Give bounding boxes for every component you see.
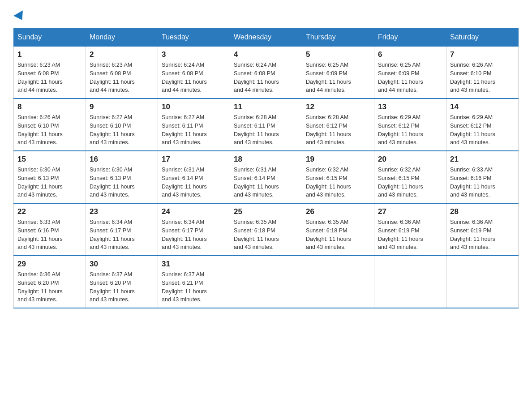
day-info: Sunrise: 6:31 AMSunset: 6:14 PMDaylight:… <box>234 166 298 199</box>
logo <box>13 13 26 19</box>
day-number: 31 <box>162 260 226 269</box>
day-info: Sunrise: 6:23 AMSunset: 6:08 PMDaylight:… <box>17 61 82 94</box>
day-number: 12 <box>306 103 370 111</box>
calendar-cell: 13Sunrise: 6:29 AMSunset: 6:12 PMDayligh… <box>374 98 446 151</box>
day-info: Sunrise: 6:36 AMSunset: 6:19 PMDaylight:… <box>450 218 515 252</box>
day-number: 24 <box>162 207 226 216</box>
col-header-saturday: Saturday <box>446 28 519 46</box>
calendar-cell: 5Sunrise: 6:25 AMSunset: 6:09 PMDaylight… <box>302 46 374 98</box>
col-header-thursday: Thursday <box>302 28 374 46</box>
day-info: Sunrise: 6:28 AMSunset: 6:11 PMDaylight:… <box>234 113 298 147</box>
day-info: Sunrise: 6:24 AMSunset: 6:08 PMDaylight:… <box>234 61 298 94</box>
calendar-cell: 21Sunrise: 6:33 AMSunset: 6:16 PMDayligh… <box>446 151 519 203</box>
calendar-cell <box>374 256 446 308</box>
calendar-cell <box>230 256 302 308</box>
day-number: 16 <box>90 155 154 164</box>
calendar-cell: 1Sunrise: 6:23 AMSunset: 6:08 PMDaylight… <box>14 46 86 98</box>
day-info: Sunrise: 6:27 AMSunset: 6:10 PMDaylight:… <box>90 113 154 147</box>
day-number: 29 <box>17 260 82 269</box>
day-info: Sunrise: 6:26 AMSunset: 6:10 PMDaylight:… <box>17 113 82 147</box>
calendar-week-row: 8Sunrise: 6:26 AMSunset: 6:10 PMDaylight… <box>14 98 519 151</box>
day-number: 22 <box>17 207 82 216</box>
col-header-wednesday: Wednesday <box>230 28 302 46</box>
calendar-cell: 25Sunrise: 6:35 AMSunset: 6:18 PMDayligh… <box>230 203 302 256</box>
day-number: 25 <box>234 207 298 216</box>
day-number: 17 <box>162 155 226 164</box>
day-number: 9 <box>90 103 154 111</box>
day-number: 15 <box>17 155 82 164</box>
calendar-cell: 12Sunrise: 6:28 AMSunset: 6:12 PMDayligh… <box>302 98 374 151</box>
logo-triangle-icon <box>13 10 27 23</box>
calendar-cell <box>446 256 519 308</box>
calendar-cell: 31Sunrise: 6:37 AMSunset: 6:21 PMDayligh… <box>158 256 230 308</box>
day-number: 14 <box>450 103 515 111</box>
calendar-cell: 3Sunrise: 6:24 AMSunset: 6:08 PMDaylight… <box>158 46 230 98</box>
day-number: 7 <box>450 50 515 59</box>
calendar-cell: 7Sunrise: 6:26 AMSunset: 6:10 PMDaylight… <box>446 46 519 98</box>
calendar-cell: 29Sunrise: 6:36 AMSunset: 6:20 PMDayligh… <box>14 256 86 308</box>
calendar-cell: 30Sunrise: 6:37 AMSunset: 6:20 PMDayligh… <box>86 256 158 308</box>
calendar-cell: 23Sunrise: 6:34 AMSunset: 6:17 PMDayligh… <box>86 203 158 256</box>
day-number: 30 <box>90 260 154 269</box>
day-info: Sunrise: 6:36 AMSunset: 6:19 PMDaylight:… <box>378 218 442 252</box>
day-number: 20 <box>378 155 442 164</box>
day-info: Sunrise: 6:25 AMSunset: 6:09 PMDaylight:… <box>378 61 442 94</box>
day-info: Sunrise: 6:25 AMSunset: 6:09 PMDaylight:… <box>306 61 370 94</box>
calendar-header-row: SundayMondayTuesdayWednesdayThursdayFrid… <box>14 28 519 46</box>
day-info: Sunrise: 6:30 AMSunset: 6:13 PMDaylight:… <box>17 166 82 199</box>
day-info: Sunrise: 6:34 AMSunset: 6:17 PMDaylight:… <box>90 218 154 252</box>
day-number: 26 <box>306 207 370 216</box>
calendar-cell: 6Sunrise: 6:25 AMSunset: 6:09 PMDaylight… <box>374 46 446 98</box>
calendar-cell: 27Sunrise: 6:36 AMSunset: 6:19 PMDayligh… <box>374 203 446 256</box>
day-info: Sunrise: 6:34 AMSunset: 6:17 PMDaylight:… <box>162 218 226 252</box>
calendar-cell: 9Sunrise: 6:27 AMSunset: 6:10 PMDaylight… <box>86 98 158 151</box>
day-info: Sunrise: 6:32 AMSunset: 6:15 PMDaylight:… <box>378 166 442 199</box>
calendar-cell: 4Sunrise: 6:24 AMSunset: 6:08 PMDaylight… <box>230 46 302 98</box>
day-number: 1 <box>17 50 82 59</box>
day-info: Sunrise: 6:33 AMSunset: 6:16 PMDaylight:… <box>17 218 82 252</box>
day-info: Sunrise: 6:35 AMSunset: 6:18 PMDaylight:… <box>234 218 298 252</box>
day-info: Sunrise: 6:30 AMSunset: 6:13 PMDaylight:… <box>90 166 154 199</box>
calendar-cell: 8Sunrise: 6:26 AMSunset: 6:10 PMDaylight… <box>14 98 86 151</box>
calendar-cell: 2Sunrise: 6:23 AMSunset: 6:08 PMDaylight… <box>86 46 158 98</box>
col-header-monday: Monday <box>86 28 158 46</box>
day-number: 4 <box>234 50 298 59</box>
col-header-friday: Friday <box>374 28 446 46</box>
col-header-sunday: Sunday <box>14 28 86 46</box>
day-number: 5 <box>306 50 370 59</box>
day-info: Sunrise: 6:31 AMSunset: 6:14 PMDaylight:… <box>162 166 226 199</box>
calendar-cell: 15Sunrise: 6:30 AMSunset: 6:13 PMDayligh… <box>14 151 86 203</box>
day-number: 8 <box>17 103 82 111</box>
day-info: Sunrise: 6:27 AMSunset: 6:11 PMDaylight:… <box>162 113 226 147</box>
calendar-cell: 14Sunrise: 6:29 AMSunset: 6:12 PMDayligh… <box>446 98 519 151</box>
day-info: Sunrise: 6:33 AMSunset: 6:16 PMDaylight:… <box>450 166 515 199</box>
day-number: 10 <box>162 103 226 111</box>
day-info: Sunrise: 6:29 AMSunset: 6:12 PMDaylight:… <box>378 113 442 147</box>
day-number: 6 <box>378 50 442 59</box>
calendar-table: SundayMondayTuesdayWednesdayThursdayFrid… <box>13 28 519 308</box>
calendar-cell: 28Sunrise: 6:36 AMSunset: 6:19 PMDayligh… <box>446 203 519 256</box>
calendar-cell: 16Sunrise: 6:30 AMSunset: 6:13 PMDayligh… <box>86 151 158 203</box>
day-info: Sunrise: 6:37 AMSunset: 6:21 PMDaylight:… <box>162 270 226 304</box>
day-number: 18 <box>234 155 298 164</box>
day-number: 19 <box>306 155 370 164</box>
day-info: Sunrise: 6:37 AMSunset: 6:20 PMDaylight:… <box>90 270 154 304</box>
calendar-cell: 26Sunrise: 6:35 AMSunset: 6:18 PMDayligh… <box>302 203 374 256</box>
calendar-week-row: 22Sunrise: 6:33 AMSunset: 6:16 PMDayligh… <box>14 203 519 256</box>
day-info: Sunrise: 6:23 AMSunset: 6:08 PMDaylight:… <box>90 61 154 94</box>
day-info: Sunrise: 6:24 AMSunset: 6:08 PMDaylight:… <box>162 61 226 94</box>
day-info: Sunrise: 6:36 AMSunset: 6:20 PMDaylight:… <box>17 270 82 304</box>
logo-top <box>13 13 26 21</box>
calendar-cell: 24Sunrise: 6:34 AMSunset: 6:17 PMDayligh… <box>158 203 230 256</box>
calendar-cell: 22Sunrise: 6:33 AMSunset: 6:16 PMDayligh… <box>14 203 86 256</box>
day-info: Sunrise: 6:28 AMSunset: 6:12 PMDaylight:… <box>306 113 370 147</box>
day-info: Sunrise: 6:29 AMSunset: 6:12 PMDaylight:… <box>450 113 515 147</box>
calendar-week-row: 15Sunrise: 6:30 AMSunset: 6:13 PMDayligh… <box>14 151 519 203</box>
day-number: 13 <box>378 103 442 111</box>
day-number: 23 <box>90 207 154 216</box>
day-number: 21 <box>450 155 515 164</box>
day-number: 11 <box>234 103 298 111</box>
calendar-week-row: 29Sunrise: 6:36 AMSunset: 6:20 PMDayligh… <box>14 256 519 308</box>
calendar-cell: 20Sunrise: 6:32 AMSunset: 6:15 PMDayligh… <box>374 151 446 203</box>
col-header-tuesday: Tuesday <box>158 28 230 46</box>
